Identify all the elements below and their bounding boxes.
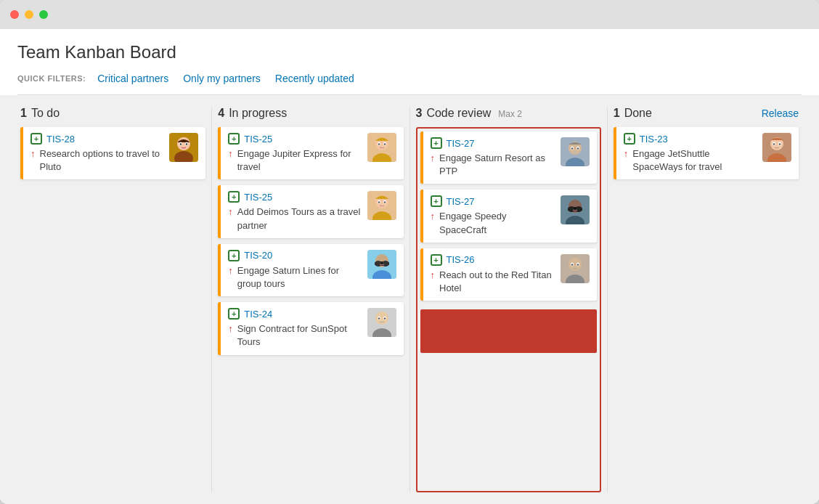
priority-icon: ↑ <box>431 269 436 280</box>
avatar <box>561 254 590 283</box>
card-text: Reach out to the Red Titan Hotel <box>439 269 555 295</box>
svg-point-41 <box>577 147 579 149</box>
minimize-button[interactable] <box>25 10 33 19</box>
avatar <box>367 250 396 279</box>
quick-filters-label: QUICK FILTERS: <box>17 74 86 83</box>
page-header: Team Kanban Board QUICK FILTERS: Critica… <box>0 29 819 95</box>
svg-point-53 <box>571 264 573 265</box>
svg-point-34 <box>383 317 385 319</box>
add-icon: + <box>624 133 635 145</box>
card-tis27-a[interactable]: + TIS-27 ↑ Engage Saturn Resort as PTP <box>420 131 597 184</box>
filter-critical-partners[interactable]: Critical partners <box>97 73 168 84</box>
priority-icon: ↑ <box>228 148 233 159</box>
inprogress-title: In progress <box>229 107 287 120</box>
todo-title: To do <box>31 107 60 120</box>
priority-icon: ↑ <box>624 148 629 159</box>
column-inprogress-header: 4 In progress <box>218 107 403 120</box>
priority-icon: ↑ <box>228 206 233 217</box>
svg-point-20 <box>378 202 379 203</box>
avatar <box>561 195 590 224</box>
card-text: Engage JetShuttle SpaceWays for travel <box>632 147 757 174</box>
add-icon: + <box>228 250 240 261</box>
svg-point-45 <box>569 206 574 212</box>
svg-point-26 <box>383 261 388 267</box>
inprogress-cards: + TIS-25 ↑ Engage Jupiter Express for tr… <box>218 127 403 492</box>
avatar <box>169 133 198 162</box>
priority-icon: ↑ <box>228 323 233 334</box>
card-id: TIS-27 <box>447 138 475 149</box>
column-todo: 1 To do + TIS-28 ↑ Researc <box>15 107 211 492</box>
card-tis20[interactable]: + TIS-20 ↑ Engage Saturn Lines for group… <box>218 244 403 296</box>
svg-point-6 <box>180 143 182 145</box>
column-codereview-header: 3 Code review Max 2 <box>416 107 601 120</box>
maximize-button[interactable] <box>39 10 48 19</box>
card-text: Engage Saturn Lines for group tours <box>237 264 362 290</box>
todo-cards: + TIS-28 ↑ Research options to travel to… <box>20 127 205 492</box>
avatar <box>367 133 396 162</box>
card-text: Engage Speedy SpaceCraft <box>439 210 555 236</box>
card-tis25-a[interactable]: + TIS-25 ↑ Engage Jupiter Express for tr… <box>218 127 403 179</box>
svg-point-54 <box>577 264 579 265</box>
card-text: Add Deimos Tours as a travel partner <box>237 206 362 232</box>
column-done: 1 Done Release + TIS-23 ↑ <box>607 107 804 492</box>
priority-icon: ↑ <box>228 265 233 276</box>
done-cards: + TIS-23 ↑ Engage JetShuttle SpaceWays f… <box>614 127 799 492</box>
avatar <box>367 308 396 337</box>
page-title: Team Kanban Board <box>17 42 802 62</box>
card-text: Research options to travel to Pluto <box>40 147 164 174</box>
card-id: TIS-27 <box>447 196 475 207</box>
svg-point-61 <box>779 143 781 145</box>
column-codereview: 3 Code review Max 2 + TIS-27 <box>410 107 607 492</box>
title-bar <box>0 0 819 29</box>
codereview-count: 3 <box>416 107 423 120</box>
close-button[interactable] <box>10 10 19 19</box>
filter-only-partners[interactable]: Only my partners <box>183 73 261 84</box>
inprogress-count: 4 <box>218 107 224 120</box>
avatar <box>561 137 590 166</box>
card-id: TIS-25 <box>244 192 272 203</box>
release-link[interactable]: Release <box>762 107 799 119</box>
add-icon: + <box>431 137 442 149</box>
svg-point-25 <box>375 261 381 267</box>
card-tis28[interactable]: + TIS-28 ↑ Research options to travel to… <box>20 127 205 179</box>
card-id: TIS-25 <box>244 134 272 145</box>
add-icon: + <box>30 133 42 145</box>
svg-point-7 <box>186 143 187 145</box>
codereview-max: Max 2 <box>498 109 522 119</box>
card-tis27-b[interactable]: + TIS-27 ↑ Engage Speedy SpaceCraft <box>420 190 597 242</box>
avatar <box>762 133 791 162</box>
card-text: Engage Jupiter Express for travel <box>237 147 362 174</box>
filter-recently-updated[interactable]: Recently updated <box>275 73 354 84</box>
svg-point-33 <box>378 317 379 319</box>
svg-point-40 <box>571 147 573 149</box>
app-window: Team Kanban Board QUICK FILTERS: Critica… <box>0 0 819 504</box>
card-text: Sign Contract for SunSpot Tours <box>237 322 362 349</box>
card-id: TIS-23 <box>640 134 668 145</box>
done-title: Done <box>624 107 652 120</box>
content-area: Team Kanban Board QUICK FILTERS: Critica… <box>0 29 819 504</box>
todo-count: 1 <box>20 107 27 120</box>
priority-icon: ↑ <box>431 211 436 221</box>
card-id: TIS-24 <box>244 309 272 320</box>
card-text: Engage Saturn Resort as PTP <box>439 152 555 178</box>
overflow-indicator <box>420 309 597 353</box>
codereview-cards-wrapper: + TIS-27 ↑ Engage Saturn Resort as PTP <box>416 127 601 492</box>
quick-filters-bar: QUICK FILTERS: Critical partners Only my… <box>17 73 802 95</box>
column-todo-header: 1 To do <box>20 107 205 120</box>
svg-point-60 <box>773 143 775 145</box>
add-icon: + <box>431 195 442 207</box>
card-tis25-b[interactable]: + TIS-25 ↑ Add Deimos Tours as a travel … <box>218 185 403 237</box>
priority-icon: ↑ <box>30 148 36 159</box>
codereview-title: Code review <box>426 107 491 120</box>
add-icon: + <box>228 308 240 320</box>
card-tis26[interactable]: + TIS-26 ↑ Reach out to the Red Titan Ho… <box>420 248 597 301</box>
column-inprogress: 4 In progress + TIS-25 ↑ <box>211 107 409 492</box>
svg-point-21 <box>383 202 385 203</box>
add-icon: + <box>431 254 442 266</box>
svg-point-46 <box>576 206 582 212</box>
add-icon: + <box>228 133 240 145</box>
avatar <box>367 191 396 220</box>
svg-point-14 <box>383 143 385 145</box>
card-tis24[interactable]: + TIS-24 ↑ Sign Contract for SunSpot Tou… <box>218 302 403 354</box>
card-tis23[interactable]: + TIS-23 ↑ Engage JetShuttle SpaceWays f… <box>614 127 799 179</box>
